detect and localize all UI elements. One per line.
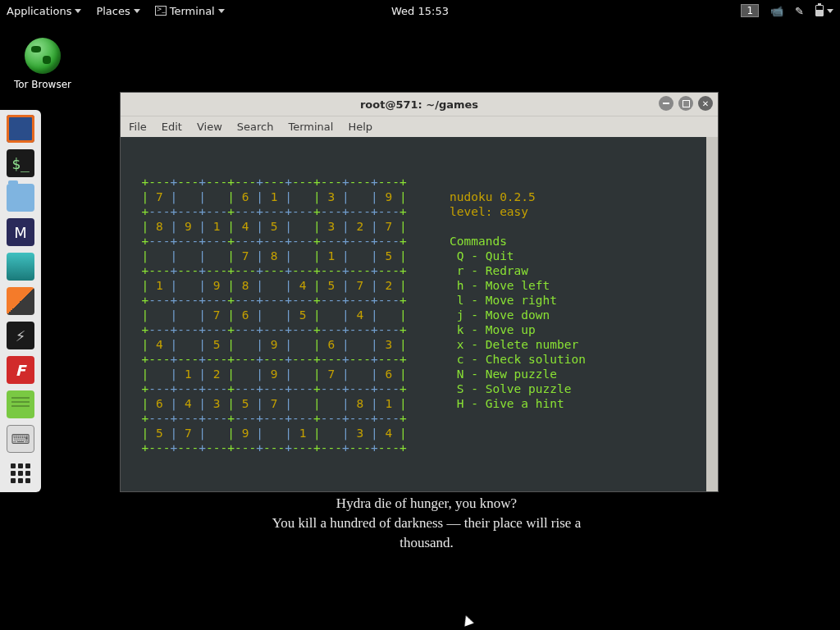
places-menu[interactable]: Places [96,5,139,17]
chevron-down-icon [218,9,225,13]
dock-metasploit[interactable]: M [7,218,34,246]
dock-filezilla[interactable]: F [7,356,34,384]
menu-terminal[interactable]: Terminal [288,121,333,133]
tor-browser-label: Tor Browser [11,79,74,90]
menu-help[interactable]: Help [348,121,372,133]
mouse-cursor [461,614,473,626]
tor-browser-icon [25,38,61,74]
chevron-down-icon [75,9,81,13]
subtitle-line-1: Hydra die of hunger, you know? [254,494,599,514]
terminal-menu[interactable]: Terminal [155,5,225,17]
clock[interactable]: Wed 15:53 [391,5,449,17]
applications-menu[interactable]: Applications [7,5,81,17]
menu-edit[interactable]: Edit [162,121,182,133]
applications-label: Applications [7,5,71,17]
subtitle-line-2: You kill a hundred of darkness — their p… [254,514,599,553]
dock-notes[interactable] [7,390,34,418]
terminal-window: root@571: ~/games File Edit View Search … [120,92,719,492]
menu-view[interactable]: View [197,121,222,133]
dock-show-apps[interactable] [7,459,34,487]
places-label: Places [96,5,130,17]
dock-app-face[interactable] [7,253,34,281]
close-button[interactable] [698,96,713,111]
video-icon[interactable]: 📹 [770,5,783,17]
dock-burpsuite[interactable] [7,287,34,315]
maximize-button[interactable] [678,96,693,111]
dock-keyboard[interactable] [7,425,34,453]
scrollbar[interactable] [706,137,718,491]
workspace-indicator[interactable]: 1 [741,4,759,17]
dock-app-dark[interactable]: ⚡ [7,322,34,349]
terminal-label: Terminal [170,5,215,17]
menu-file[interactable]: File [129,121,147,133]
battery-icon [815,5,824,16]
clock-text: Wed 15:53 [391,5,449,17]
chevron-down-icon [134,9,140,13]
terminal-body[interactable]: +---+---+---+---+---+---+---+---+---+ | … [121,137,718,491]
terminal-icon [155,6,167,16]
color-picker-icon[interactable]: ✎ [795,5,804,17]
dock: $_ M ⚡ F [0,110,41,492]
desktop-icon-tor[interactable]: Tor Browser [11,38,74,90]
subtitle-overlay: Hydra die of hunger, you know? You kill … [254,494,599,553]
grid-icon [11,463,30,483]
window-title: root@571: ~/games [360,98,478,111]
dock-firefox[interactable] [7,115,34,143]
top-panel: Applications Places Terminal Wed 15:53 1… [0,0,840,21]
battery-menu[interactable] [815,5,833,16]
dock-files[interactable] [7,184,34,212]
dock-terminal[interactable]: $_ [7,149,34,177]
window-menubar: File Edit View Search Terminal Help [121,116,718,137]
window-titlebar[interactable]: root@571: ~/games [121,93,718,116]
terminal-output: +---+---+---+---+---+---+---+---+---+ | … [121,137,706,491]
minimize-button[interactable] [659,96,673,111]
chevron-down-icon [827,9,833,13]
menu-search[interactable]: Search [237,121,274,133]
